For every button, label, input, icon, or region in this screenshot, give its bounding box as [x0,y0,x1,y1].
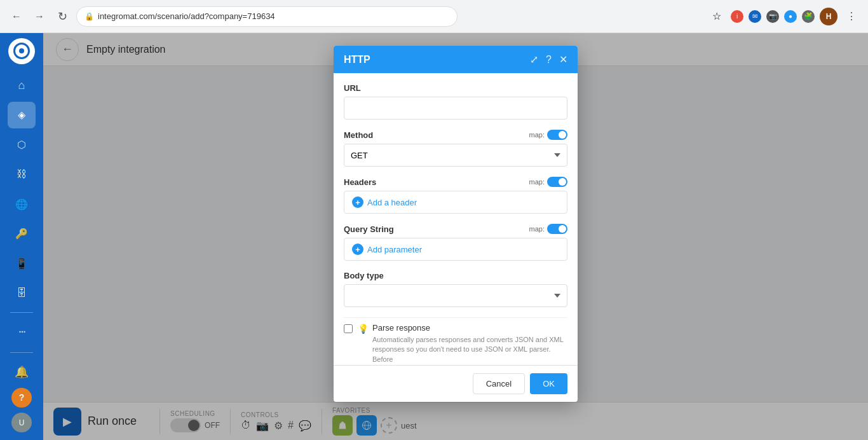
parse-response-description: Automatically parses responses and conve… [372,335,567,364]
browser-back-btn[interactable]: ← [8,8,25,25]
http-modal: HTTP ⤢ ? ✕ URL [334,46,578,402]
qs-map-text: map: [529,225,545,233]
method-map-text: map: [529,131,545,139]
url-input[interactable] [344,97,567,120]
headers-label-row: Headers map: [344,177,567,187]
modal-body: URL Method map: [334,73,578,365]
browser-reload-btn[interactable]: ↻ [53,8,71,25]
cancel-button[interactable]: Cancel [473,373,525,394]
logo-inner [13,43,30,59]
sidebar-item-globe[interactable]: 🌐 [8,191,36,218]
parse-response-checkbox[interactable] [344,324,353,333]
headers-label: Headers [344,177,376,187]
modal-help-btn[interactable]: ? [546,54,552,65]
parse-response-row: 💡 Parse response Automatically parses re… [344,317,567,365]
sidebar-bell[interactable]: 🔔 [8,358,36,385]
url-form-group: URL [344,83,567,120]
ext-integromat[interactable]: i [731,10,743,23]
add-parameter-btn[interactable]: + Add parameter [344,238,567,261]
sidebar-item-scenarios[interactable]: ◈ [8,102,36,129]
method-label: Method [344,130,373,140]
modal-header: HTTP ⤢ ? ✕ [334,46,578,73]
sidebar-item-connections[interactable]: ⬡ [8,131,36,158]
browser-menu-btn[interactable]: ⋮ [843,8,860,25]
logo-dot [19,48,24,53]
modal-overlay: HTTP ⤢ ? ✕ URL [43,33,868,440]
qs-map-toggle: map: [529,224,567,234]
modal-title: HTTP [344,54,370,65]
parse-response-label: Parse response [372,323,567,333]
add-header-btn[interactable]: + Add a header [344,191,567,214]
headers-map-switch[interactable] [547,177,567,187]
add-param-label: Add parameter [367,245,422,254]
sidebar-help-btn[interactable]: ? [11,388,32,408]
sidebar-avatar[interactable]: U [11,413,32,432]
modal-close-btn[interactable]: ✕ [559,53,567,65]
ok-button[interactable]: OK [530,373,567,394]
ext-email[interactable]: ✉ [749,10,761,23]
sidebar-item-devices[interactable]: 📱 [8,250,36,277]
star-btn[interactable]: ☆ [708,8,726,25]
sidebar-logo[interactable] [8,38,35,64]
content-area: ← Empty integration 1 [43,33,868,440]
sidebar-item-home[interactable]: ⌂ [8,72,36,99]
address-bar[interactable]: 🔒 integromat.com/scenario/add?company=71… [76,6,458,27]
modal-header-actions: ⤢ ? ✕ [530,53,567,65]
profile-button[interactable]: H [820,8,837,25]
add-header-label: Add a header [367,198,417,207]
parse-response-text: Parse response Automatically parses resp… [372,323,567,364]
sidebar-divider [10,312,33,313]
url-text: integromat.com/scenario/add?company=7196… [98,11,275,21]
browser-actions: ☆ i ✉ 📷 ● 🧩 H ⋮ [708,8,860,25]
query-string-label-row: Query String map: [344,224,567,234]
sidebar: ⌂ ◈ ⬡ ⛓ 🌐 🔑 📱 🗄 ··· 🔔 ? U [0,33,43,440]
qs-map-knob [559,225,566,233]
qs-map-switch[interactable] [547,224,567,234]
browser-chrome: ← → ↻ 🔒 integromat.com/scenario/add?comp… [0,0,868,33]
browser-forward-btn[interactable]: → [31,8,48,25]
sidebar-divider-2 [10,352,33,353]
body-type-label: Body type [344,271,567,280]
sidebar-item-webhooks[interactable]: ⛓ [8,161,36,188]
add-header-circle: + [352,196,363,208]
lock-icon: 🔒 [85,12,94,21]
headers-form-group: Headers map: + Add a header [344,177,567,214]
method-select[interactable]: GET POST PUT PATCH DELETE [344,144,567,167]
method-map-switch[interactable] [547,130,567,140]
method-form-group: Method map: GET POST PUT [344,130,567,167]
ext-other[interactable]: ● [784,10,797,23]
method-map-knob [559,131,566,139]
body-type-form-group: Body type application/x-www-form-urlenco… [344,271,567,307]
main-layout: ⌂ ◈ ⬡ ⛓ 🌐 🔑 📱 🗄 ··· 🔔 ? U ← Empty integr… [0,33,868,440]
headers-map-toggle: map: [529,177,567,187]
body-type-select[interactable]: application/x-www-form-urlencoded multip… [344,284,567,307]
sidebar-item-datastore[interactable]: 🗄 [8,280,36,307]
add-param-circle: + [352,244,363,255]
headers-map-text: map: [529,178,545,186]
ext-camera[interactable]: 📷 [766,10,779,23]
method-map-toggle: map: [529,130,567,140]
sidebar-item-more[interactable]: ··· [8,318,36,345]
sidebar-item-keys[interactable]: 🔑 [8,220,36,247]
parse-warning-icon: 💡 [358,324,369,334]
modal-footer: Cancel OK [334,365,578,402]
modal-expand-btn[interactable]: ⤢ [530,53,538,65]
ext-puzzle[interactable]: 🧩 [802,10,815,23]
parse-response-info: 💡 Parse response Automatically parses re… [358,323,567,364]
headers-map-knob [559,178,566,186]
method-label-row: Method map: [344,130,567,140]
url-label: URL [344,83,567,93]
query-string-label: Query String [344,224,394,234]
query-string-form-group: Query String map: + Add parameter [344,224,567,261]
